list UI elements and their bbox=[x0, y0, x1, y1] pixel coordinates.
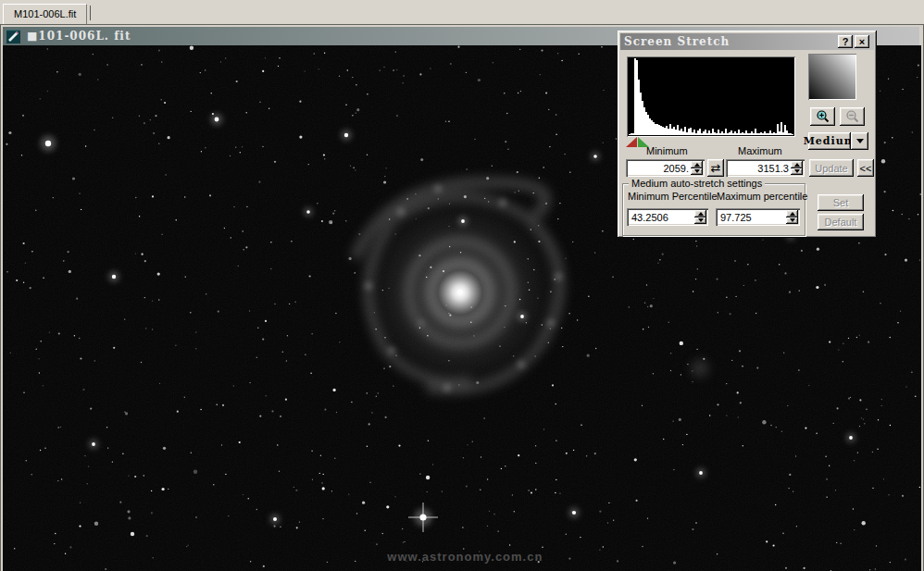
image-window-title: ■101-006L. fit bbox=[27, 30, 131, 43]
minimum-spin-up-button[interactable] bbox=[691, 161, 703, 168]
minimum-percentile-field-wrap bbox=[627, 208, 708, 226]
stretch-mode-value[interactable]: Medium bbox=[808, 132, 851, 150]
maximum-label: Maximum bbox=[738, 145, 782, 156]
dialog-title: Screen Stretch bbox=[624, 35, 730, 48]
max-pct-spin-up-button[interactable] bbox=[786, 210, 798, 217]
stretch-mode-combobox[interactable]: Medium bbox=[808, 132, 868, 150]
update-button[interactable]: Update bbox=[809, 159, 854, 177]
application-window: M101-006L.fit ■101-006L. fit bbox=[0, 0, 924, 571]
tab-m101-006l[interactable]: M101-006L.fit bbox=[3, 4, 87, 24]
swap-arrows-icon: ⇄ bbox=[711, 161, 721, 175]
maximum-percentile-field-wrap bbox=[716, 208, 800, 226]
magnifier-minus-icon bbox=[845, 109, 860, 124]
maximum-percentile-label: Maximum percentile bbox=[717, 191, 807, 202]
maxim-document-icon[interactable] bbox=[6, 30, 20, 43]
minimum-label: Minimum bbox=[646, 145, 688, 156]
magnifier-plus-icon bbox=[816, 109, 830, 124]
default-button[interactable]: Default bbox=[818, 214, 864, 230]
maximum-spin-down-button[interactable] bbox=[791, 168, 803, 176]
minimum-spin-down-button[interactable] bbox=[691, 168, 703, 176]
auto-stretch-settings-group: Medium auto-stretch settings Minimum Per… bbox=[622, 183, 805, 236]
group-title: Medium auto-stretch settings bbox=[629, 178, 765, 189]
maximum-spinner bbox=[791, 161, 803, 175]
minimum-percentile-label: Minimum Percentile bbox=[628, 191, 718, 202]
grayscale-gradient-preview bbox=[808, 54, 856, 100]
tab-separator bbox=[90, 6, 91, 20]
histogram-zoom-out-button[interactable] bbox=[840, 107, 865, 126]
maximum-spin-up-button[interactable] bbox=[791, 161, 803, 168]
chevron-down-icon bbox=[856, 139, 864, 143]
min-pct-spin-up-button[interactable] bbox=[694, 210, 706, 217]
watermark-text: www.astronomy.com.cn bbox=[387, 550, 543, 564]
max-pct-spin-down-button[interactable] bbox=[786, 217, 798, 225]
swap-min-max-button[interactable]: ⇄ bbox=[707, 159, 724, 177]
minimum-marker-triangle[interactable] bbox=[626, 137, 637, 147]
dialog-titlebar[interactable]: Screen Stretch bbox=[620, 33, 874, 50]
minimum-percentile-spinner bbox=[694, 210, 706, 224]
document-tab-bar: M101-006L.fit bbox=[0, 0, 924, 25]
close-button[interactable]: × bbox=[855, 35, 869, 48]
histogram-bars bbox=[629, 58, 793, 135]
collapse-dialog-button[interactable]: << bbox=[857, 159, 874, 177]
minimum-spinner bbox=[691, 161, 703, 175]
screen-stretch-dialog: Screen Stretch ? × Minimum Maxim bbox=[618, 31, 877, 238]
histogram-display[interactable] bbox=[627, 56, 795, 137]
min-pct-spin-down-button[interactable] bbox=[694, 217, 706, 225]
histogram-zoom-in-button[interactable] bbox=[810, 107, 835, 126]
help-button[interactable]: ? bbox=[838, 35, 853, 48]
maximum-value-field-wrap bbox=[726, 159, 805, 177]
stretch-mode-dropdown-button[interactable] bbox=[851, 132, 868, 150]
minimum-value-field-wrap bbox=[626, 159, 705, 177]
set-button[interactable]: Set bbox=[818, 194, 864, 211]
tab-label: M101-006L.fit bbox=[14, 8, 76, 19]
maximum-percentile-spinner bbox=[786, 210, 798, 224]
